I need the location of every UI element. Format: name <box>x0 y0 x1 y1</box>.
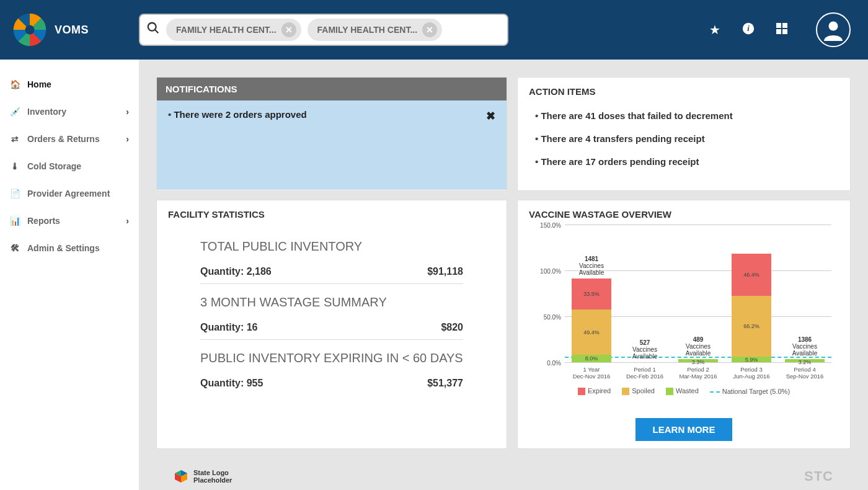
chevron-right-icon: › <box>126 134 129 144</box>
footer: State LogoPlaceholder STC <box>156 463 851 490</box>
bar-segment-wasted: 3.3% <box>678 359 718 362</box>
learn-more-button[interactable]: LEARN MORE <box>636 418 733 441</box>
bar-annotation: 1386VaccinesAvailable <box>764 336 845 359</box>
nav-icon: ⇄ <box>10 134 20 144</box>
bar-segment-expired: 46.4% <box>732 254 771 296</box>
stat-qty: Quantity: 16 <box>200 322 257 333</box>
sidebar-item-orders-returns[interactable]: ⇄Orders & Returns› <box>0 125 139 153</box>
legend-wasted: Wasted <box>676 387 699 394</box>
favorites-icon[interactable]: ★ <box>704 22 725 37</box>
app-logo-icon <box>11 11 48 48</box>
nav-label: Inventory <box>27 107 66 117</box>
nav-label: Admin & Settings <box>27 243 100 253</box>
stat-value: $820 <box>441 322 463 333</box>
x-tick: Period 1Dec-Feb 2016 <box>625 362 665 380</box>
svg-point-0 <box>25 25 35 35</box>
nav-icon: 💉 <box>10 107 20 117</box>
notifications-panel: NOTIFICATIONS There were 2 orders approv… <box>156 77 507 191</box>
wastage-title: VACCINE WASTAGE OVERVIEW <box>518 200 850 225</box>
stat-heading: 3 MONTH WASTAGE SUMMARY <box>200 295 463 310</box>
chart-legend: Expired Spoiled Wasted National Target (… <box>536 387 831 395</box>
user-avatar-icon[interactable] <box>816 12 851 47</box>
nav-icon: 🏠 <box>10 79 20 89</box>
search-chip[interactable]: FAMILY HEALTH CENT...✕ <box>166 19 301 41</box>
search-chip[interactable]: FAMILY HEALTH CENT...✕ <box>308 19 443 41</box>
nav-label: Home <box>27 79 51 89</box>
svg-line-2 <box>155 30 159 33</box>
nav-icon: 📄 <box>10 189 20 198</box>
footer-text: Placeholder <box>193 476 232 484</box>
svg-point-1 <box>148 23 156 31</box>
svg-text:i: i <box>747 24 750 33</box>
chevron-right-icon: › <box>126 216 129 226</box>
stat-heading: TOTAL PUBLIC INVENTORY <box>200 239 463 254</box>
search-icon[interactable] <box>146 21 160 38</box>
legend-expired: Expired <box>588 387 611 394</box>
nav-label: Reports <box>27 216 60 226</box>
nav-icon: 🛠 <box>10 243 20 253</box>
apps-grid-icon[interactable] <box>771 23 792 37</box>
facility-stats-title: FACILITY STATISTICS <box>157 200 507 225</box>
legend-spoiled: Spoiled <box>632 387 655 394</box>
svg-point-9 <box>829 22 838 31</box>
action-item[interactable]: There are 17 orders pending receipt <box>535 150 833 173</box>
footer-text: State Logo <box>193 469 229 476</box>
facility-stats-panel: FACILITY STATISTICS TOTAL PUBLIC INVENTO… <box>156 200 507 449</box>
chip-label: FAMILY HEALTH CENT... <box>317 25 418 35</box>
app-header: VOMS FAMILY HEALTH CENT...✕ FAMILY HEALT… <box>0 0 868 60</box>
svg-rect-8 <box>782 29 787 34</box>
action-items-panel: ACTION ITEMS There are 41 doses that fai… <box>517 77 851 191</box>
logo-block: VOMS <box>11 11 126 48</box>
search-bar[interactable]: FAMILY HEALTH CENT...✕ FAMILY HEALTH CEN… <box>139 14 508 46</box>
sidebar-item-admin-settings[interactable]: 🛠Admin & Settings <box>0 234 139 262</box>
x-tick: 1 YearDec-Nov 2016 <box>572 362 611 380</box>
bar-segment-expired: 33.5% <box>572 278 611 310</box>
sidebar-item-reports[interactable]: 📊Reports› <box>0 207 139 234</box>
y-tick: 150.0% <box>540 222 561 229</box>
bar-column: 3.2%1386VaccinesAvailable <box>785 359 825 362</box>
wastage-panel: VACCINE WASTAGE OVERVIEW 0.0%50.0%100.0%… <box>517 200 851 449</box>
nav-icon: 🌡 <box>10 161 20 171</box>
state-logo-icon <box>174 469 188 484</box>
nav-label: Cold Storage <box>27 161 81 171</box>
sidebar-item-inventory[interactable]: 💉Inventory› <box>0 98 139 125</box>
close-icon[interactable]: ✖ <box>486 109 495 181</box>
y-tick: 50.0% <box>544 314 561 321</box>
bar-annotation: 489VaccinesAvailable <box>658 336 738 359</box>
action-item[interactable]: There are 41 doses that failed to decrem… <box>535 104 833 127</box>
svg-rect-6 <box>782 23 787 28</box>
nav-label: Orders & Returns <box>27 134 100 144</box>
sidebar: 🏠Home💉Inventory›⇄Orders & Returns›🌡Cold … <box>0 60 139 490</box>
stat-value: $91,118 <box>427 266 463 277</box>
notifications-title: NOTIFICATIONS <box>157 78 507 100</box>
x-tick: Period 3Jun-Aug 2016 <box>732 362 771 380</box>
stat-qty: Quantity: 955 <box>200 378 263 389</box>
sidebar-item-home[interactable]: 🏠Home <box>0 71 139 98</box>
action-item[interactable]: There are 4 transfers pending receipt <box>535 127 833 150</box>
sidebar-item-provider-agreement[interactable]: 📄Provider Agreement <box>0 180 139 207</box>
chip-remove-icon[interactable]: ✕ <box>281 22 296 37</box>
info-icon[interactable]: i <box>738 22 759 38</box>
chevron-right-icon: › <box>126 107 129 117</box>
app-name: VOMS <box>55 24 89 37</box>
wastage-chart: 0.0%50.0%100.0%150.0%8.0%49.4%33.5%1481V… <box>565 225 831 362</box>
svg-rect-7 <box>776 29 781 34</box>
main-content: NOTIFICATIONS There were 2 orders approv… <box>139 60 868 490</box>
stat-value: $51,377 <box>427 378 463 389</box>
nav-icon: 📊 <box>10 216 20 226</box>
bar-annotation: 1481VaccinesAvailable <box>551 256 632 278</box>
chip-label: FAMILY HEALTH CENT... <box>176 25 277 35</box>
legend-target: National Target (5.0%) <box>722 388 790 395</box>
notification-item: There were 2 orders approved <box>168 109 307 181</box>
bar-segment-wasted: 3.2% <box>785 359 825 362</box>
action-items-title: ACTION ITEMS <box>518 78 850 102</box>
chip-remove-icon[interactable]: ✕ <box>422 22 437 37</box>
y-tick: 0.0% <box>547 360 561 367</box>
svg-rect-5 <box>776 23 781 28</box>
bar-column: 3.3%489VaccinesAvailable <box>678 359 718 362</box>
stc-logo: STC <box>804 468 833 484</box>
stat-heading: PUBLIC INVENTORY EXPIRING IN < 60 DAYS <box>200 351 463 365</box>
stat-qty: Quantity: 2,186 <box>200 266 272 277</box>
nav-label: Provider Agreement <box>27 189 110 198</box>
sidebar-item-cold-storage[interactable]: 🌡Cold Storage <box>0 153 139 180</box>
